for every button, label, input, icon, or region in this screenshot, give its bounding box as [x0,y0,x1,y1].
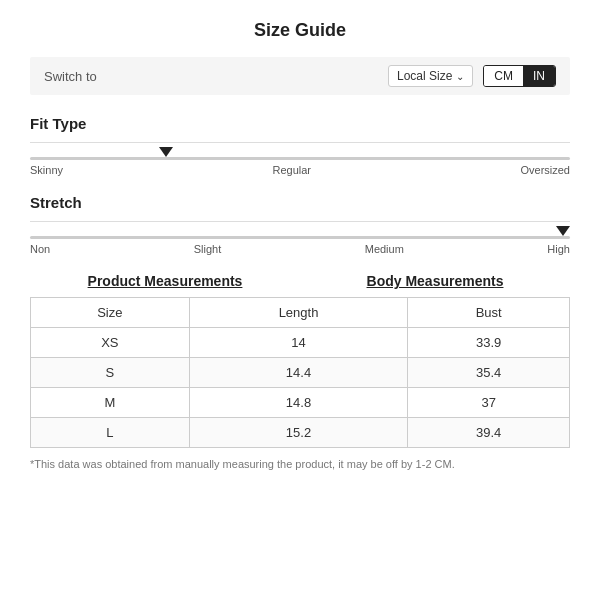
local-size-dropdown[interactable]: Local Size ⌄ [388,65,473,87]
page-title: Size Guide [30,20,570,41]
switch-row: Switch to Local Size ⌄ CM IN [30,57,570,95]
footnote: *This data was obtained from manually me… [30,458,570,470]
stretch-label-high: High [547,243,570,255]
measurements-table: Size Length Bust XS1433.9S14.435.4M14.83… [30,297,570,448]
body-measurements-header: Body Measurements [300,273,570,289]
page-container: Size Guide Switch to Local Size ⌄ CM IN … [0,0,600,490]
unit-toggle: CM IN [483,65,556,87]
cell-size: S [31,358,190,388]
stretch-divider [30,221,570,222]
stretch-labels: Non Slight Medium High [30,243,570,255]
cell-size: L [31,418,190,448]
cell-bust: 33.9 [408,328,570,358]
stretch-section: Stretch Non Slight Medium High [30,194,570,255]
product-measurements-header: Product Measurements [30,273,300,289]
cell-bust: 39.4 [408,418,570,448]
switch-right: Local Size ⌄ CM IN [388,65,556,87]
cell-length: 15.2 [189,418,408,448]
table-row: S14.435.4 [31,358,570,388]
fit-label-skinny: Skinny [30,164,63,176]
fit-type-thumb [159,147,173,157]
table-row: XS1433.9 [31,328,570,358]
stretch-label-non: Non [30,243,50,255]
cell-length: 14 [189,328,408,358]
product-measurements-title: Product Measurements [88,273,243,289]
fit-type-track [30,157,570,160]
stretch-label-medium: Medium [365,243,404,255]
fit-type-labels: Skinny Regular Oversized [30,164,570,176]
cell-size: M [31,388,190,418]
fit-label-regular: Regular [272,164,311,176]
stretch-slider-container[interactable] [30,236,570,239]
col-size-header: Size [31,298,190,328]
fit-label-oversized: Oversized [520,164,570,176]
local-size-label: Local Size [397,69,452,83]
fit-type-section: Fit Type Skinny Regular Oversized [30,115,570,176]
fit-type-slider-container[interactable] [30,157,570,160]
unit-in-button[interactable]: IN [523,66,555,86]
stretch-label-slight: Slight [194,243,222,255]
stretch-thumb [556,226,570,236]
table-header-row: Size Length Bust [31,298,570,328]
stretch-title: Stretch [30,194,570,211]
cell-size: XS [31,328,190,358]
cell-length: 14.8 [189,388,408,418]
dropdown-arrow-icon: ⌄ [456,71,464,82]
fit-type-divider [30,142,570,143]
table-row: L15.239.4 [31,418,570,448]
stretch-track [30,236,570,239]
cell-bust: 37 [408,388,570,418]
cell-bust: 35.4 [408,358,570,388]
col-length-header: Length [189,298,408,328]
cell-length: 14.4 [189,358,408,388]
table-row: M14.837 [31,388,570,418]
col-bust-header: Bust [408,298,570,328]
measurements-header: Product Measurements Body Measurements [30,273,570,289]
unit-cm-button[interactable]: CM [484,66,523,86]
body-measurements-title: Body Measurements [367,273,504,289]
switch-label: Switch to [44,69,97,84]
fit-type-title: Fit Type [30,115,570,132]
